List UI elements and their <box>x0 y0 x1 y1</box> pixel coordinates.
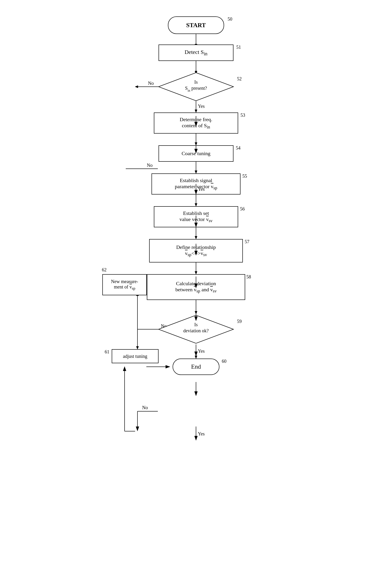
svg-text:Yes: Yes <box>198 103 205 109</box>
coarse-box: Coarse tuning <box>158 145 234 162</box>
svg-marker-13 <box>195 171 197 174</box>
svg-marker-5 <box>195 110 197 113</box>
svg-text:No: No <box>148 81 154 86</box>
calculate-line1: Calculate deviation <box>176 280 216 287</box>
num-57: 57 <box>245 239 249 244</box>
svg-marker-17 <box>195 236 197 239</box>
num-58: 58 <box>246 274 251 279</box>
num-54: 54 <box>236 145 240 151</box>
detect-box: Detect Sin <box>158 44 234 61</box>
coarse-label: Coarse tuning <box>182 150 210 157</box>
flowchart: Yes No Yes No <box>91 9 301 560</box>
establish-sv-box: Establish set value vector vsv <box>154 206 238 227</box>
adjust-box: adjust tuning <box>112 349 158 363</box>
establish-sv-line2: value vector vsv <box>180 216 213 223</box>
establish-sp-line2: parameter vector vsp <box>175 184 217 190</box>
determine-line2: content of Sin <box>182 123 210 130</box>
end-label: End <box>191 363 201 370</box>
define-line2: vsp<-->vsv <box>185 250 207 257</box>
num-50: 50 <box>228 16 232 22</box>
determine-line1: Determine freq. <box>180 117 212 123</box>
diamond-ok: Is deviation ok? <box>157 314 235 345</box>
num-52: 52 <box>237 76 242 82</box>
establish-sv-line1: Establish set <box>183 210 209 216</box>
svg-text:No: No <box>142 405 148 410</box>
num-62: 62 <box>102 267 107 273</box>
num-56: 56 <box>240 206 245 212</box>
define-line1: Define relationship <box>176 244 216 250</box>
svg-marker-11 <box>195 143 197 145</box>
detect-label: Detect Sin <box>184 49 208 57</box>
start-label: START <box>186 22 206 29</box>
calculate-box: Calculate deviation between vsp and vsv <box>147 274 245 300</box>
new-measure-line1: New measure- <box>111 279 138 284</box>
start-box: START <box>168 16 224 34</box>
new-measure-line2: ment of vsp <box>114 284 135 291</box>
num-59: 59 <box>237 319 242 324</box>
establish-sp-box: Establish signal parameter vector vsp <box>152 174 240 194</box>
num-60: 60 <box>222 359 226 364</box>
establish-sp-line1: Establish signal <box>180 177 212 184</box>
svg-marker-19 <box>195 271 197 274</box>
svg-marker-21 <box>195 311 197 314</box>
num-51: 51 <box>236 44 241 50</box>
svg-marker-23 <box>195 356 197 359</box>
svg-text:No: No <box>147 163 153 168</box>
define-box: Define relationship vsp<-->vsv <box>149 239 243 263</box>
num-53: 53 <box>240 113 245 118</box>
svg-marker-29 <box>136 346 139 349</box>
num-61: 61 <box>105 349 109 355</box>
new-measure-box: New measure- ment of vsp <box>102 274 147 295</box>
svg-text:Is: Is <box>194 322 198 327</box>
determine-box: Determine freq. content of Sin <box>154 113 238 133</box>
svg-text:Yes: Yes <box>198 349 205 354</box>
end-box: End <box>173 359 219 375</box>
svg-text:Is: Is <box>194 79 198 85</box>
svg-text:Yes: Yes <box>198 431 205 436</box>
num-55: 55 <box>242 174 247 179</box>
adjust-label: adjust tuning <box>123 354 147 359</box>
diamond-present: Is Sin present? <box>157 72 235 102</box>
svg-text:deviation ok?: deviation ok? <box>183 328 209 333</box>
svg-marker-15 <box>195 204 197 206</box>
calculate-line2: between vsp and vsv <box>175 287 217 294</box>
svg-marker-8 <box>135 86 138 88</box>
